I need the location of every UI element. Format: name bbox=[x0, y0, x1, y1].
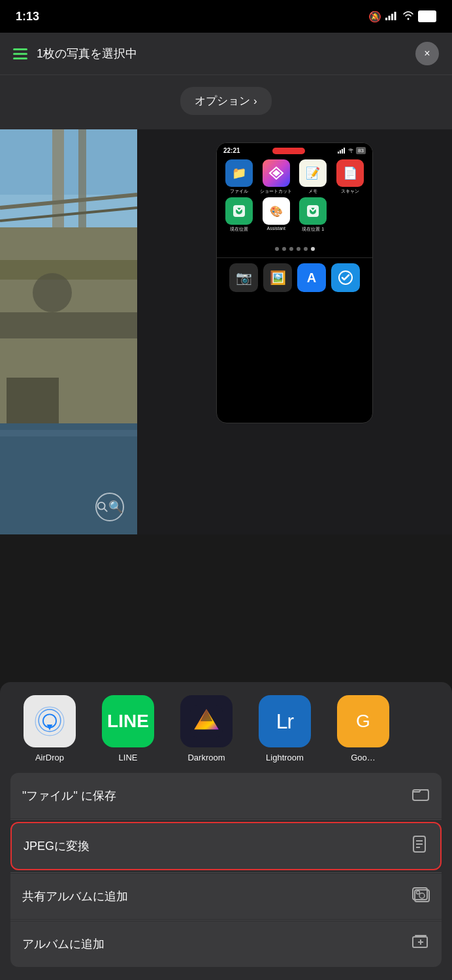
goo-label: Goo… bbox=[351, 753, 376, 762]
top-bar-left: 1枚の写真を選択中 bbox=[13, 46, 137, 61]
album-icon bbox=[412, 885, 430, 907]
svg-rect-3 bbox=[395, 12, 396, 20]
status-icons: 🔕 83 bbox=[368, 10, 436, 23]
airdrop-label: AirDrop bbox=[35, 753, 64, 762]
svg-marker-24 bbox=[272, 170, 280, 176]
photo-image bbox=[0, 129, 137, 534]
add-to-album-action[interactable]: アルバムに追加 bbox=[10, 921, 442, 967]
svg-rect-13 bbox=[0, 312, 137, 338]
darkroom-icon bbox=[180, 695, 233, 747]
status-time: 1:13 bbox=[16, 10, 39, 24]
share-header: 1枚の写真を選択中 × オプション › bbox=[0, 33, 452, 129]
signal-icon bbox=[385, 11, 398, 22]
goo-app[interactable]: G Goo… bbox=[324, 695, 402, 762]
status-bar: 1:13 🔕 83 bbox=[0, 0, 452, 33]
mute-icon: 🔕 bbox=[368, 10, 381, 23]
svg-rect-1 bbox=[389, 16, 391, 20]
shared-album-action[interactable]: 共有アルバムに追加 bbox=[10, 874, 442, 919]
shared-album-label: 共有アルバムに追加 bbox=[22, 889, 128, 904]
svg-point-17 bbox=[98, 502, 105, 510]
svg-rect-20 bbox=[340, 150, 341, 154]
svg-rect-2 bbox=[391, 14, 393, 20]
svg-rect-16 bbox=[7, 378, 59, 423]
app-row: AirDrop LINE LINE bbox=[0, 682, 452, 773]
airdrop-app[interactable]: AirDrop bbox=[10, 695, 89, 762]
svg-point-43 bbox=[417, 891, 420, 894]
wifi-icon bbox=[402, 11, 414, 22]
photo-left[interactable] bbox=[0, 129, 137, 534]
svg-rect-0 bbox=[385, 18, 387, 20]
lightroom-label: Lightroom bbox=[266, 753, 304, 762]
darkroom-label: Darkroom bbox=[187, 753, 225, 762]
svg-rect-21 bbox=[342, 149, 343, 154]
close-button[interactable]: × bbox=[415, 42, 439, 65]
top-bar: 1枚の写真を選択中 × bbox=[0, 33, 452, 75]
save-to-files-action[interactable]: "ファイル" に保存 bbox=[10, 773, 442, 819]
phone-screenshot: 22:21 83 📁 ファイル ショートカット bbox=[216, 142, 373, 423]
jpeg-convert-label: JPEGに変換 bbox=[24, 838, 89, 854]
svg-rect-11 bbox=[0, 260, 137, 280]
line-icon: LINE bbox=[102, 695, 154, 747]
svg-point-42 bbox=[419, 893, 425, 898]
action-list: "ファイル" に保存 JPEGに変換 bbox=[0, 773, 452, 980]
line-app[interactable]: LINE LINE bbox=[89, 695, 167, 762]
svg-line-18 bbox=[105, 509, 108, 512]
darkroom-app[interactable]: Darkroom bbox=[167, 695, 246, 762]
airdrop-icon bbox=[24, 695, 76, 747]
svg-rect-19 bbox=[338, 152, 339, 154]
svg-point-12 bbox=[33, 273, 72, 312]
document-icon bbox=[410, 835, 428, 857]
photo-right: 22:21 83 📁 ファイル ショートカット bbox=[137, 129, 452, 534]
lightroom-app[interactable]: Lr Lightroom bbox=[246, 695, 324, 762]
hamburger-icon bbox=[13, 48, 27, 59]
jpeg-convert-action[interactable]: JPEGに変換 bbox=[10, 822, 442, 870]
share-title: 1枚の写真を選択中 bbox=[37, 46, 137, 61]
albums-icon bbox=[412, 933, 430, 955]
folder-icon bbox=[412, 785, 430, 807]
line-label: LINE bbox=[119, 753, 138, 762]
options-row: オプション › bbox=[0, 75, 452, 129]
save-to-files-label: "ファイル" に保存 bbox=[22, 788, 116, 804]
battery-icon: 83 bbox=[418, 10, 436, 22]
share-sheet: AirDrop LINE LINE bbox=[0, 682, 452, 980]
svg-rect-15 bbox=[0, 430, 137, 436]
goo-icon: G bbox=[337, 695, 389, 747]
add-to-album-label: アルバムに追加 bbox=[22, 936, 105, 952]
svg-rect-45 bbox=[415, 935, 427, 936]
photo-area: 22:21 83 📁 ファイル ショートカット bbox=[0, 129, 452, 534]
options-button[interactable]: オプション › bbox=[180, 87, 271, 115]
lightroom-icon: Lr bbox=[259, 695, 311, 747]
svg-rect-22 bbox=[344, 148, 345, 154]
search-circle bbox=[95, 493, 124, 521]
